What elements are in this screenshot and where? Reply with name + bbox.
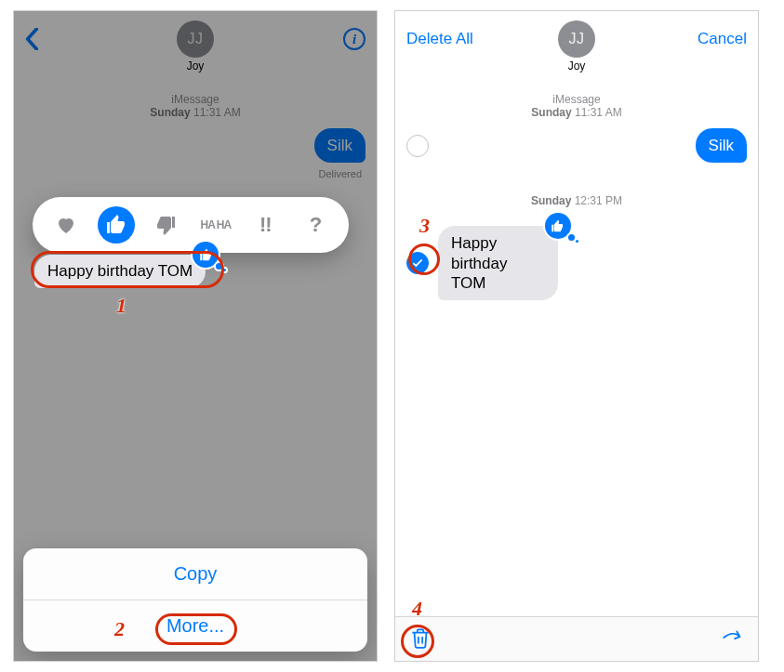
select-checkbox-checked[interactable] [406,252,429,274]
avatar[interactable]: JJ [177,20,214,58]
action-more[interactable]: More... [23,600,367,652]
tapback-attached-thumbs-up-icon [545,213,571,239]
back-icon[interactable] [25,28,39,50]
timestamp-1: iMessage Sunday 11:31 AM [406,93,747,119]
tapback-haha-icon[interactable]: HA HA [197,206,234,244]
avatar[interactable]: JJ [558,20,595,58]
tapback-question-icon[interactable]: ? [297,206,334,244]
contact-name: Joy [187,59,205,72]
annotation-number-1: 1 [116,294,126,318]
tapback-thumbs-up-icon[interactable] [98,206,135,244]
tapback-bar: HA HA !! ? [33,197,349,253]
cancel-button[interactable]: Cancel [698,30,747,48]
tapback-exclaim-icon[interactable]: !! [246,206,284,244]
tapback-heart-icon[interactable] [47,206,85,244]
bottom-toolbar [395,616,758,661]
delivered-label: Delivered [25,168,362,179]
chat-body: iMessage Sunday 11:31 AM Silk Sunday 12:… [395,78,758,313]
phone-right: Delete All JJ Joy Cancel iMessage Sunday… [394,10,759,662]
select-checkbox-unchecked[interactable] [406,135,429,157]
trash-icon[interactable] [408,626,432,653]
message-sent[interactable]: Silk [696,128,747,163]
navbar: JJ Joy i [14,11,377,78]
timestamp-2: Sunday 12:31 PM [406,194,747,207]
delete-all-button[interactable]: Delete All [406,30,473,48]
select-row[interactable]: Silk [406,128,747,163]
share-icon[interactable] [721,626,745,653]
chat-body: iMessage Sunday 11:31 AM Silk Delivered [14,78,377,187]
tapback-thumbs-down-icon[interactable] [147,206,184,244]
message-received[interactable]: Happy birthday TOM [34,255,206,288]
timestamp: iMessage Sunday 11:31 AM [25,93,365,119]
navbar: Delete All JJ Joy Cancel [395,11,758,78]
action-copy[interactable]: Copy [23,548,367,600]
info-icon[interactable]: i [343,28,365,50]
action-sheet: Copy More... [23,548,367,652]
select-row[interactable]: Happy birthday TOM [406,226,747,300]
focused-message-wrap: Happy birthday TOM [34,255,206,288]
phone-left: JJ Joy i iMessage Sunday 11:31 AM Silk D… [13,10,378,662]
message-received[interactable]: Happy birthday TOM [438,226,558,300]
message-sent[interactable]: Silk [314,128,365,163]
contact-name: Joy [568,59,586,72]
tapback-attached-thumbs-up-icon [193,242,219,268]
